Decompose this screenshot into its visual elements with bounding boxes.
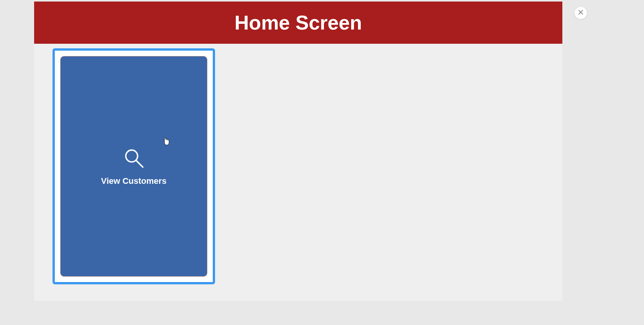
card-label: View Customers (101, 176, 167, 186)
close-button[interactable] (575, 7, 587, 19)
close-icon (578, 9, 584, 17)
search-icon (123, 147, 145, 169)
content-area: View Customers (34, 44, 562, 289)
svg-line-1 (136, 160, 143, 167)
card-selection-frame: View Customers (53, 48, 215, 284)
page-title: Home Screen (235, 11, 362, 34)
header-bar: Home Screen (34, 2, 562, 44)
page-container: Home Screen View Customers (34, 2, 562, 301)
view-customers-card[interactable]: View Customers (60, 56, 207, 277)
